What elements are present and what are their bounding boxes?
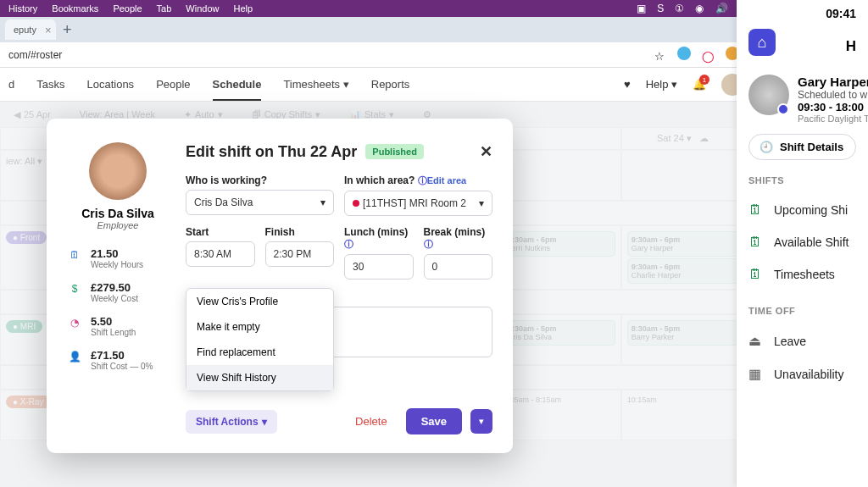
leave-icon: ⏏ (748, 333, 764, 349)
shift-actions-button[interactable]: Shift Actions ▾ (186, 410, 277, 434)
user-avatar (748, 75, 789, 115)
chevron-down-icon: ▾ (479, 197, 484, 209)
stat-weekly-cost: $ £279.50Weekly Cost (67, 281, 169, 303)
employee-role: Employee (67, 220, 169, 230)
nav-reports[interactable]: Reports (371, 78, 410, 91)
ext-icon[interactable] (677, 47, 691, 60)
employee-name: Cris Da Silva (67, 207, 169, 220)
browser-tab[interactable]: eputy × (5, 19, 56, 40)
save-more-button[interactable]: ▾ (470, 409, 492, 434)
section-shifts: SHIFTS (748, 175, 856, 185)
edit-area-link[interactable]: Edit area (427, 175, 466, 185)
calendar-icon: 🗓 (748, 202, 764, 218)
li-leave[interactable]: ⏏Leave (748, 324, 856, 357)
calendar-icon: 🗓 (748, 267, 764, 282)
lunch-input[interactable]: 30 (344, 254, 414, 279)
menu-tab[interactable]: Tab (157, 3, 172, 14)
menu-help[interactable]: Help (234, 3, 253, 14)
help-dropdown[interactable]: Help ▾ (646, 78, 677, 91)
user-shift-time: 09:30 - 18:00 (798, 101, 868, 113)
app-tile-icon[interactable]: ⌂ (748, 29, 776, 56)
published-badge: Published (365, 144, 424, 159)
user-card[interactable]: Gary Harper Scheduled to w 09:30 - 18:00… (748, 75, 856, 124)
save-button[interactable]: Save (406, 408, 462, 434)
user-name: Gary Harper (798, 75, 868, 89)
form-column: Edit shift on Thu 22 Apr Published ✕ Who… (186, 142, 492, 434)
menu-make-empty[interactable]: Make it empty (186, 314, 333, 340)
nav-item[interactable]: d (8, 78, 14, 91)
calendar-icon: 🗓 (748, 235, 764, 250)
info-icon[interactable]: ⓘ (424, 239, 433, 249)
info-icon[interactable]: ⓘ (344, 239, 353, 249)
menubar-left: History Bookmarks People Tab Window Help (8, 3, 264, 14)
menu-window[interactable]: Window (186, 3, 219, 14)
device-clock: 09:41 (748, 7, 856, 20)
storefront-icon: ⌂ (758, 34, 767, 52)
close-icon[interactable]: ✕ (480, 142, 492, 161)
user-timezone: Pacific Daylight Tir (798, 113, 868, 124)
tray-icon[interactable]: ① (675, 3, 684, 14)
status-dot-icon (777, 103, 789, 115)
area-select[interactable]: [11THST] MRI Room 2▾ (344, 191, 492, 216)
label-who: Who is working? (186, 174, 334, 186)
bell-icon[interactable]: 🔔1 (693, 78, 706, 91)
label-finish: Finish (265, 226, 335, 238)
panel-heading: H (846, 38, 856, 55)
menu-history[interactable]: History (8, 3, 37, 14)
stat-shift-cost: 👤 £71.50Shift Cost — 0% (67, 349, 169, 371)
li-available-shifts[interactable]: 🗓Available Shift (748, 226, 856, 258)
star-icon[interactable]: ☆ (653, 49, 666, 63)
nav-schedule[interactable]: Schedule (213, 78, 262, 101)
tab-title: eputy (14, 25, 36, 35)
tray-icon[interactable]: ◉ (695, 3, 704, 14)
ext-icon[interactable]: ◯ (701, 49, 715, 63)
modal-title: Edit shift on Thu 22 Apr (186, 143, 357, 161)
nav-tasks[interactable]: Tasks (36, 78, 64, 91)
li-upcoming-shifts[interactable]: 🗓Upcoming Shi (748, 194, 856, 226)
break-input[interactable]: 0 (424, 254, 493, 279)
employee-column: Cris Da Silva Employee 🗓 21.50Weekly Hou… (67, 142, 169, 434)
label-area: In which area? ⓘEdit area (344, 174, 492, 187)
li-timesheets[interactable]: 🗓Timesheets (748, 258, 856, 291)
unavailability-icon: ▦ (748, 366, 764, 382)
nav-people[interactable]: People (156, 78, 190, 91)
volume-icon[interactable]: 🔊 (715, 3, 728, 14)
user-subtitle: Scheduled to w (798, 89, 868, 101)
stat-weekly-hours: 🗓 21.50Weekly Hours (67, 247, 169, 269)
employee-avatar[interactable] (89, 142, 147, 200)
shift-details-pill[interactable]: 🕘Shift Details (748, 134, 856, 160)
menu-people[interactable]: People (113, 3, 142, 14)
chevron-down-icon: ▾ (320, 196, 326, 208)
who-select[interactable]: Cris Da Silva▾ (186, 190, 334, 215)
menu-find-replacement[interactable]: Find replacement (186, 340, 333, 365)
delete-button[interactable]: Delete (345, 409, 398, 434)
close-tab-icon[interactable]: × (45, 24, 52, 36)
label-break: Break (mins) ⓘ (424, 226, 493, 251)
label-start: Start (186, 226, 255, 238)
menu-bookmarks[interactable]: Bookmarks (52, 3, 98, 14)
li-unavailability[interactable]: ▦Unavailability (748, 357, 856, 390)
new-tab-button[interactable]: + (63, 21, 72, 39)
stat-shift-length: ◔ 5.50Shift Length (67, 315, 169, 337)
person-icon: 👤 (67, 349, 82, 364)
nav-locations[interactable]: Locations (86, 78, 134, 91)
start-input[interactable]: 8:30 AM (186, 241, 255, 267)
tray-icon[interactable]: S (657, 3, 664, 14)
nav-timesheets[interactable]: Timesheets ▾ (283, 78, 348, 91)
calendar-icon: 🗓 (67, 247, 82, 263)
nav-items: d Tasks Locations People Schedule Timesh… (8, 78, 409, 91)
right-sidepanel: 09:41 ⌂ H Gary Harper Scheduled to w 09:… (737, 0, 868, 487)
tray-icon[interactable]: ▣ (637, 3, 646, 14)
edit-shift-modal: Cris Da Silva Employee 🗓 21.50Weekly Hou… (47, 119, 513, 453)
url-field[interactable]: com/#roster (8, 49, 646, 61)
finish-input[interactable]: 2:30 PM (265, 241, 335, 267)
label-lunch: Lunch (mins) ⓘ (344, 226, 414, 251)
info-icon[interactable]: ⓘ (418, 175, 427, 185)
menu-view-history[interactable]: View Shift History (186, 365, 333, 390)
shift-actions-menu: View Cris's Profile Make it empty Find r… (186, 288, 334, 391)
clock-icon: ◔ (67, 315, 82, 330)
clock-icon: 🕘 (760, 141, 773, 153)
menu-view-profile[interactable]: View Cris's Profile (186, 289, 333, 314)
dollar-icon: $ (67, 281, 82, 296)
heart-icon[interactable]: ♥ (624, 78, 631, 91)
